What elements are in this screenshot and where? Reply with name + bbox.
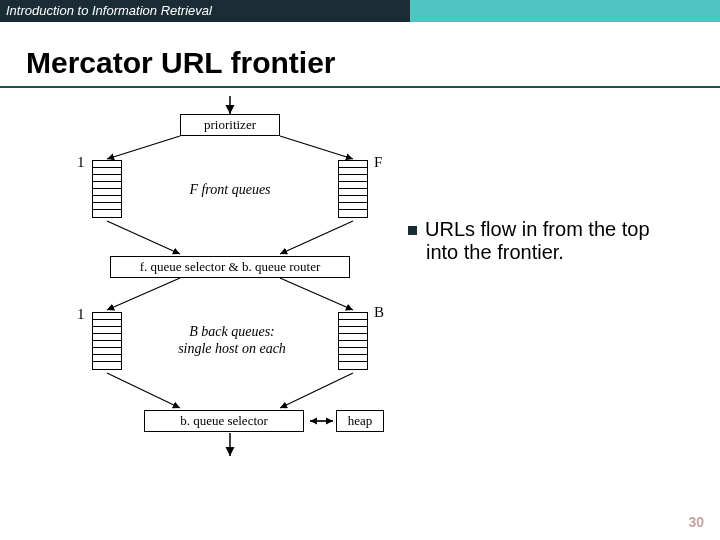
svg-line-1: [107, 136, 180, 159]
front-queues-caption: F front queues: [175, 182, 285, 199]
front-queue-right: [338, 160, 368, 218]
heap-box: heap: [336, 410, 384, 432]
mercator-diagram: prioritizer 1 F F front queues f. queue …: [80, 96, 400, 516]
svg-line-3: [107, 221, 180, 254]
bullet-square-icon: [408, 226, 417, 235]
svg-line-6: [280, 278, 353, 310]
diagram-connectors: [80, 96, 400, 516]
svg-line-4: [280, 221, 353, 254]
front-label-1: 1: [77, 154, 85, 171]
front-label-F: F: [374, 154, 382, 171]
bullet-line-1: URLs flow in from the top: [425, 218, 650, 240]
page-number: 30: [688, 514, 704, 530]
back-selector-box: b. queue selector: [144, 410, 304, 432]
svg-line-8: [280, 373, 353, 408]
bullet-point: URLs flow in from the top into the front…: [408, 218, 698, 264]
selector-router-box: f. queue selector & b. queue router: [110, 256, 350, 278]
svg-line-7: [107, 373, 180, 408]
back-queue-left: [92, 312, 122, 370]
front-queue-left: [92, 160, 122, 218]
header-accent: [410, 0, 720, 22]
course-title: Introduction to Information Retrieval: [0, 0, 410, 22]
prioritizer-box: prioritizer: [180, 114, 280, 136]
slide-title: Mercator URL frontier: [26, 46, 720, 80]
svg-line-5: [107, 278, 180, 310]
back-label-B: B: [374, 304, 384, 321]
back-queue-right: [338, 312, 368, 370]
bullet-line-2: into the frontier.: [426, 241, 698, 264]
content-area: prioritizer 1 F F front queues f. queue …: [0, 88, 720, 518]
back-queues-caption: B back queues: single host on each: [162, 324, 302, 358]
svg-line-2: [280, 136, 353, 159]
header-bar: Introduction to Information Retrieval: [0, 0, 720, 22]
back-label-1: 1: [77, 306, 85, 323]
